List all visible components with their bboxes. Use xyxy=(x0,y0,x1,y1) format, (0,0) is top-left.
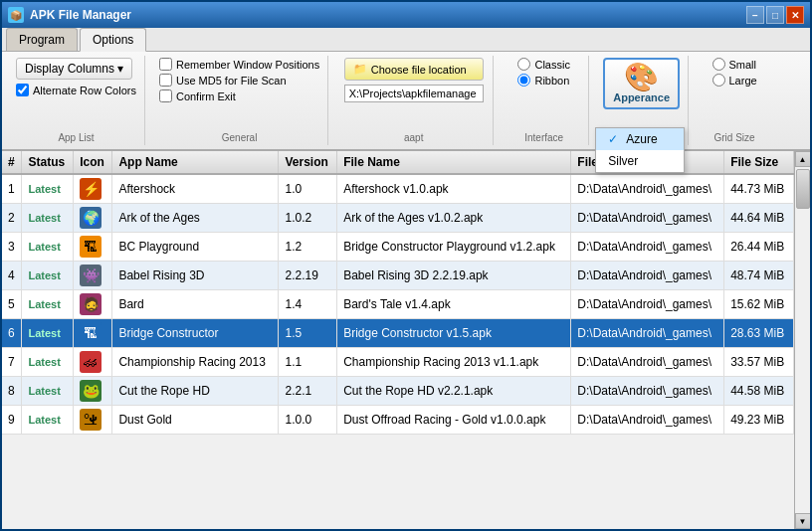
cell-file-path: D:\Data\Android\_games\ xyxy=(571,348,724,377)
cell-file-name: Dust Offroad Racing - Gold v1.0.0.apk xyxy=(337,406,571,435)
cell-file-name: Aftershock v1.0.apk xyxy=(337,174,571,204)
scroll-thumb[interactable] xyxy=(796,169,810,209)
table-row[interactable]: 2 Latest 🌍 Ark of the Ages 1.0.2 Ark of … xyxy=(2,204,794,233)
grid-size-group-label: Grid Size xyxy=(695,132,774,143)
tab-program[interactable]: Program xyxy=(6,28,78,51)
scroll-down-arrow[interactable]: ▼ xyxy=(795,513,811,529)
cell-file-path: D:\Data\Android\_games\ xyxy=(571,290,724,319)
title-bar: 📦 APK File Manager − □ ✕ xyxy=(2,2,810,28)
cell-num: 7 xyxy=(2,348,22,377)
use-md5-checkbox[interactable] xyxy=(159,74,172,87)
maximize-button[interactable]: □ xyxy=(766,6,784,24)
vertical-scrollbar[interactable]: ▲ ▼ xyxy=(794,151,810,529)
table-scroll[interactable]: # Status Icon App Name Version File Name… xyxy=(2,151,794,529)
appearance-button[interactable]: 🎨 Apperance xyxy=(603,58,680,109)
remember-window-checkbox[interactable] xyxy=(159,58,172,71)
cell-icon: 🏜 xyxy=(74,406,112,435)
cell-file-size: 26.44 MiB xyxy=(724,233,794,262)
ribbon-radio[interactable] xyxy=(517,74,530,87)
cell-icon: 🧔 xyxy=(74,290,112,319)
large-radio[interactable] xyxy=(712,74,725,87)
cell-file-size: 49.23 MiB xyxy=(724,406,794,435)
use-md5-check[interactable]: Use MD5 for File Scan xyxy=(159,74,319,87)
silver-option[interactable]: Silver xyxy=(596,150,684,172)
close-button[interactable]: ✕ xyxy=(786,6,804,24)
confirm-exit-checkbox[interactable] xyxy=(159,89,172,102)
general-checkboxes: Remember Window Positions Use MD5 for Fi… xyxy=(159,58,319,116)
cell-file-path: D:\Data\Android\_games\ xyxy=(571,204,724,233)
aapt-box: 📁 Choose file location xyxy=(344,58,484,116)
table-row[interactable]: 4 Latest 👾 Babel Rising 3D 2.2.19 Babel … xyxy=(2,262,794,290)
cell-version: 1.4 xyxy=(279,290,337,319)
minimize-button[interactable]: − xyxy=(746,6,764,24)
appearance-dropdown: Azure Silver xyxy=(595,127,685,173)
cell-status: Latest xyxy=(22,204,74,233)
classic-radio-item[interactable]: Classic xyxy=(517,58,569,71)
aapt-path-input[interactable] xyxy=(344,85,484,102)
cell-version: 1.0 xyxy=(279,174,337,204)
cell-app-name: BC Playground xyxy=(112,233,279,262)
table-row[interactable]: 3 Latest 🏗 BC Playground 1.2 Bridge Cons… xyxy=(2,233,794,262)
ribbon-group-grid-size: Small Large Grid Size xyxy=(695,56,774,145)
interface-group-label: Interface xyxy=(500,132,588,143)
general-group-label: General xyxy=(151,132,327,143)
cell-version: 1.0.2 xyxy=(279,204,337,233)
col-num: # xyxy=(2,151,22,174)
remember-window-check[interactable]: Remember Window Positions xyxy=(159,58,319,71)
cell-app-name: Bridge Constructor xyxy=(112,319,279,348)
cell-status: Latest xyxy=(22,348,74,377)
table-row[interactable]: 8 Latest 🐸 Cut the Rope HD 2.2.1 Cut the… xyxy=(2,377,794,406)
col-app-name: App Name xyxy=(112,151,279,174)
cell-status: Latest xyxy=(22,262,74,290)
window-title: APK File Manager xyxy=(30,8,131,22)
cell-status: Latest xyxy=(22,406,74,435)
confirm-exit-check[interactable]: Confirm Exit xyxy=(159,89,319,102)
cell-app-name: Cut the Rope HD xyxy=(112,377,279,406)
table-row[interactable]: 6 Latest 🏗 Bridge Constructor 1.5 Bridge… xyxy=(2,319,794,348)
col-file-name: File Name xyxy=(337,151,571,174)
cell-version: 1.5 xyxy=(279,319,337,348)
ribbon: Display Columns ▾ Alternate Row Colors A… xyxy=(2,52,810,151)
small-radio[interactable] xyxy=(712,58,725,71)
small-radio-item[interactable]: Small xyxy=(712,58,757,71)
large-radio-item[interactable]: Large xyxy=(712,74,757,87)
small-label: Small xyxy=(729,59,757,71)
ribbon-radio-item[interactable]: Ribbon xyxy=(517,74,569,87)
display-columns-label: Display Columns ▾ xyxy=(25,62,123,76)
app-window: 📦 APK File Manager − □ ✕ Program Options… xyxy=(0,0,812,531)
cell-file-size: 44.58 MiB xyxy=(724,377,794,406)
classic-radio[interactable] xyxy=(517,58,530,71)
cell-version: 1.1 xyxy=(279,348,337,377)
col-icon: Icon xyxy=(74,151,112,174)
table-row[interactable]: 9 Latest 🏜 Dust Gold 1.0.0 Dust Offroad … xyxy=(2,406,794,435)
alternate-row-checkbox[interactable] xyxy=(16,84,29,96)
alternate-row-colors-check[interactable]: Alternate Row Colors xyxy=(16,84,136,96)
alternate-row-label: Alternate Row Colors xyxy=(33,85,136,96)
choose-file-location-button[interactable]: 📁 Choose file location xyxy=(344,58,484,81)
remember-window-label: Remember Window Positions xyxy=(176,59,319,71)
tab-options[interactable]: Options xyxy=(80,28,146,52)
cell-num: 4 xyxy=(2,262,22,290)
azure-option[interactable]: Azure xyxy=(596,128,684,150)
cell-app-name: Dust Gold xyxy=(112,406,279,435)
cell-file-size: 44.64 MiB xyxy=(724,204,794,233)
title-bar-left: 📦 APK File Manager xyxy=(8,7,131,23)
appearance-icon: 🎨 xyxy=(624,64,659,91)
cell-num: 1 xyxy=(2,174,22,204)
cell-file-path: D:\Data\Android\_games\ xyxy=(571,174,724,204)
table-row[interactable]: 7 Latest 🏎 Championship Racing 2013 1.1 … xyxy=(2,348,794,377)
display-columns-button[interactable]: Display Columns ▾ xyxy=(16,58,132,80)
cell-icon: 🏗 xyxy=(74,233,112,262)
col-status: Status xyxy=(22,151,74,174)
silver-label: Silver xyxy=(608,154,638,168)
cell-file-size: 33.57 MiB xyxy=(724,348,794,377)
cell-file-name: Ark of the Ages v1.0.2.apk xyxy=(337,204,571,233)
table-row[interactable]: 1 Latest ⚡ Aftershock 1.0 Aftershock v1.… xyxy=(2,174,794,204)
table-row[interactable]: 5 Latest 🧔 Bard 1.4 Bard's Tale v1.4.apk… xyxy=(2,290,794,319)
cell-file-path: D:\Data\Android\_games\ xyxy=(571,262,724,290)
cell-version: 2.2.19 xyxy=(279,262,337,290)
cell-status: Latest xyxy=(22,319,74,348)
scroll-up-arrow[interactable]: ▲ xyxy=(795,151,811,167)
tab-bar: Program Options xyxy=(2,28,810,52)
window-controls: − □ ✕ xyxy=(746,6,804,24)
